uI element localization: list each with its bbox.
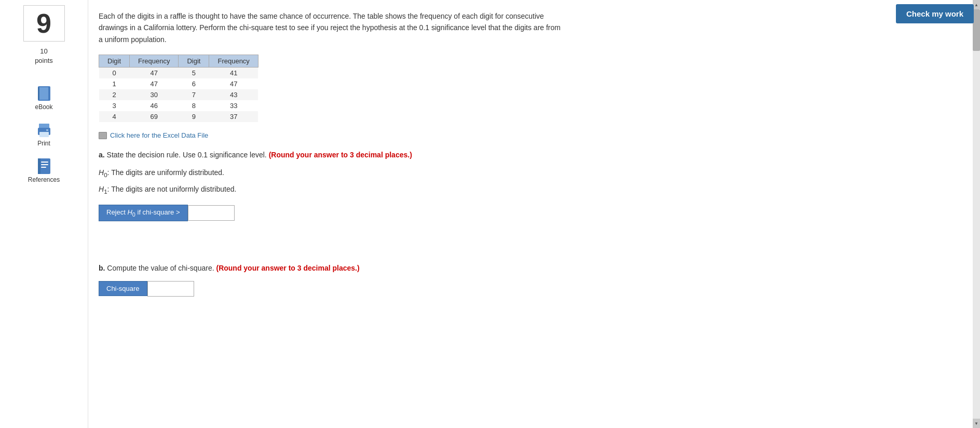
col-header-freq1: Frequency: [130, 55, 179, 68]
table-cell-r4c2: 9: [179, 111, 209, 122]
col-header-freq2: Frequency: [209, 55, 258, 68]
svg-rect-8: [38, 158, 40, 174]
table-cell-r2c1: 30: [130, 89, 179, 100]
table-cell-r1c2: 6: [179, 78, 209, 89]
reject-row: Reject H0 if chi-square >: [99, 205, 964, 221]
reject-label: Reject H0 if chi-square >: [99, 205, 188, 221]
table-cell-r3c2: 8: [179, 100, 209, 111]
svg-rect-1: [39, 87, 48, 100]
reject-input[interactable]: [188, 205, 235, 221]
chi-row: Chi-square: [99, 281, 964, 297]
table-cell-r3c3: 33: [209, 100, 258, 111]
table-cell-r3c0: 3: [99, 100, 130, 111]
col-header-digit1: Digit: [99, 55, 130, 68]
chi-label: Chi-square: [99, 281, 147, 296]
table-cell-r1c0: 1: [99, 78, 130, 89]
print-icon: [36, 122, 52, 138]
svg-rect-10: [41, 164, 48, 165]
scrollbar[interactable]: ▲ ▼: [973, 0, 980, 428]
table-cell-r3c1: 46: [130, 100, 179, 111]
scroll-down-arrow[interactable]: ▼: [973, 419, 980, 428]
table-cell-r4c1: 69: [130, 111, 179, 122]
sidebar-item-print[interactable]: Print: [23, 117, 65, 151]
print-label: Print: [37, 140, 50, 147]
question-text: Each of the digits in a raffle is though…: [99, 10, 566, 45]
col-header-digit2: Digit: [179, 55, 209, 68]
ebook-label: eBook: [35, 103, 52, 111]
points-display: 10 points: [35, 47, 53, 65]
svg-rect-5: [39, 132, 49, 137]
table-cell-r4c3: 37: [209, 111, 258, 122]
section-b-letter: b.: [99, 264, 105, 272]
question-number: 9: [23, 5, 65, 42]
references-label: References: [28, 176, 60, 183]
table-cell-r0c2: 5: [179, 68, 209, 79]
section-a-round-note: (Round your answer to 3 decimal places.): [269, 151, 412, 159]
table-row: 047541: [99, 68, 258, 79]
table-cell-r0c1: 47: [130, 68, 179, 79]
h0-text: H0: The digits are uniformly distributed…: [99, 167, 964, 180]
sidebar-item-ebook[interactable]: eBook: [23, 81, 65, 115]
svg-rect-9: [41, 162, 48, 163]
table-row: 469937: [99, 111, 258, 122]
section-a-letter: a.: [99, 151, 105, 159]
sidebar-tools: eBook Print: [23, 81, 65, 188]
table-cell-r2c2: 7: [179, 89, 209, 100]
table-row: 230743: [99, 89, 258, 100]
table-row: 346833: [99, 100, 258, 111]
excel-link-text: Click here for the Excel Data File: [110, 131, 208, 139]
table-cell-r2c0: 2: [99, 89, 130, 100]
check-my-work-button[interactable]: Check my work: [896, 4, 974, 23]
section-b-round-note: (Round your answer to 3 decimal places.): [216, 264, 359, 272]
book-icon: [36, 85, 52, 102]
sidebar: 9 10 points eBook: [0, 0, 88, 428]
main-content: Each of the digits in a raffle is though…: [88, 0, 980, 428]
svg-rect-6: [46, 129, 48, 131]
h1-text: H1: The digits are not uniformly distrib…: [99, 183, 964, 196]
table-cell-r1c1: 47: [130, 78, 179, 89]
section-b-text: Compute the value of chi-square.: [107, 264, 214, 272]
excel-link[interactable]: Click here for the Excel Data File: [99, 131, 964, 139]
table-cell-r1c3: 47: [209, 78, 258, 89]
chi-input[interactable]: [147, 281, 194, 297]
table-cell-r4c0: 4: [99, 111, 130, 122]
picture-icon: [99, 132, 107, 139]
section-a-text: State the decision rule. Use 0.1 signifi…: [107, 151, 267, 159]
scrollbar-track[interactable]: [973, 9, 980, 419]
table-cell-r0c0: 0: [99, 68, 130, 79]
sidebar-item-references[interactable]: References: [23, 154, 65, 188]
table-cell-r2c3: 43: [209, 89, 258, 100]
table-row: 147647: [99, 78, 258, 89]
references-icon: [36, 158, 52, 175]
section-a-label: a. State the decision rule. Use 0.1 sign…: [99, 150, 964, 160]
svg-rect-11: [41, 167, 46, 168]
table-cell-r0c3: 41: [209, 68, 258, 79]
section-b-label: b. Compute the value of chi-square. (Rou…: [99, 263, 964, 274]
data-table: Digit Frequency Digit Frequency 04754114…: [99, 55, 258, 122]
svg-rect-2: [38, 87, 39, 100]
